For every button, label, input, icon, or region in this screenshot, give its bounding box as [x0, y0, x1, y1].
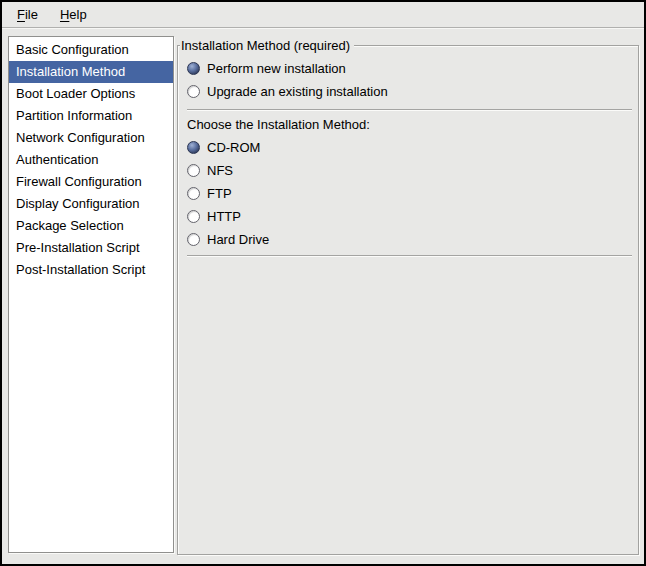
radio-label-http: HTTP: [207, 209, 241, 224]
radio-icon-upgrade-existing-installation[interactable]: [187, 85, 200, 98]
menubar: File Help: [2, 2, 644, 28]
radio-row-upgrade-existing-installation[interactable]: Upgrade an existing installation: [187, 80, 632, 103]
menu-help-mnemonic: H: [60, 7, 69, 22]
sidebar-item-partition-information[interactable]: Partition Information: [9, 105, 173, 127]
radio-row-perform-new-installation[interactable]: Perform new installation: [187, 57, 632, 80]
frame-content: Perform new installation Upgrade an exis…: [178, 46, 638, 257]
radio-label-hard-drive: Hard Drive: [207, 232, 269, 247]
sidebar-item-basic-configuration[interactable]: Basic Configuration: [9, 39, 173, 61]
radio-row-nfs[interactable]: NFS: [187, 159, 632, 182]
radio-row-http[interactable]: HTTP: [187, 205, 632, 228]
radio-icon-cdrom[interactable]: [187, 141, 200, 154]
sidebar-item-display-configuration[interactable]: Display Configuration: [9, 193, 173, 215]
radio-label-perform-new-installation: Perform new installation: [207, 61, 346, 76]
radio-label-nfs: NFS: [207, 163, 233, 178]
sidebar-item-package-selection[interactable]: Package Selection: [9, 215, 173, 237]
menu-file-mnemonic: F: [17, 7, 25, 22]
sidebar-item-post-installation-script[interactable]: Post-Installation Script: [9, 259, 173, 281]
installation-method-frame: Installation Method (required) Perform n…: [177, 45, 639, 555]
sidebar-item-authentication[interactable]: Authentication: [9, 149, 173, 171]
sidebar-item-installation-method[interactable]: Installation Method: [9, 61, 173, 83]
radio-icon-hard-drive[interactable]: [187, 233, 200, 246]
separator: [187, 109, 632, 111]
menu-help[interactable]: Help: [57, 5, 90, 24]
radio-icon-perform-new-installation[interactable]: [187, 62, 200, 75]
frame-title: Installation Method (required): [180, 38, 354, 53]
menu-file-label: ile: [25, 7, 38, 22]
menu-file[interactable]: File: [14, 5, 41, 24]
radio-label-ftp: FTP: [207, 186, 232, 201]
radio-row-cdrom[interactable]: CD-ROM: [187, 136, 632, 159]
sidebar-item-pre-installation-script[interactable]: Pre-Installation Script: [9, 237, 173, 259]
sidebar-nav: Basic Configuration Installation Method …: [8, 36, 174, 553]
radio-icon-http[interactable]: [187, 210, 200, 223]
radio-icon-nfs[interactable]: [187, 164, 200, 177]
radio-icon-ftp[interactable]: [187, 187, 200, 200]
radio-row-ftp[interactable]: FTP: [187, 182, 632, 205]
sidebar-item-network-configuration[interactable]: Network Configuration: [9, 127, 173, 149]
sidebar-item-boot-loader-options[interactable]: Boot Loader Options: [9, 83, 173, 105]
kickstart-configurator-window: { "colors": { "window_bg": "#e8e8e6", "s…: [0, 0, 646, 566]
sidebar-item-firewall-configuration[interactable]: Firewall Configuration: [9, 171, 173, 193]
separator: [187, 255, 632, 257]
menu-help-label: elp: [69, 7, 86, 22]
radio-label-cdrom: CD-ROM: [207, 140, 260, 155]
radio-label-upgrade-existing-installation: Upgrade an existing installation: [207, 84, 388, 99]
choose-method-label: Choose the Installation Method:: [187, 113, 632, 136]
radio-row-hard-drive[interactable]: Hard Drive: [187, 228, 632, 251]
